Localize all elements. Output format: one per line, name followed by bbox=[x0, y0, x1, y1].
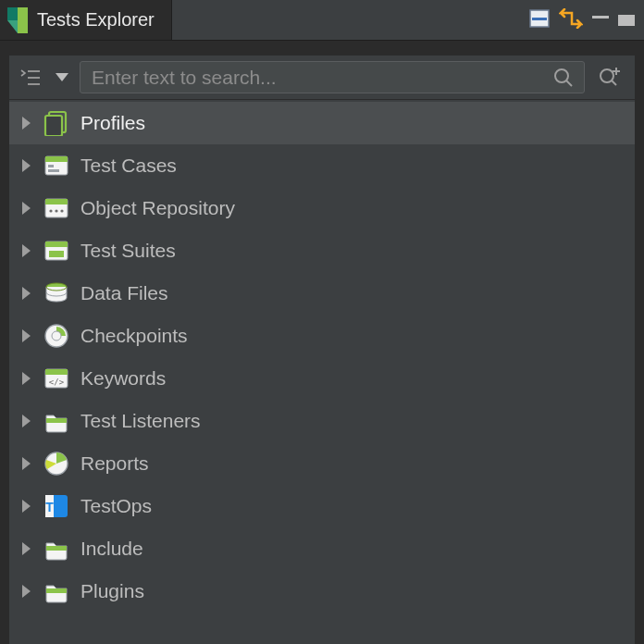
tree-item-label: TestOps bbox=[77, 495, 152, 517]
test-suites-icon bbox=[43, 238, 69, 264]
expand-arrow-icon[interactable] bbox=[22, 372, 31, 385]
test-cases-icon bbox=[43, 153, 69, 179]
explorer-tree: ProfilesTest CasesObject RepositoryTest … bbox=[9, 100, 635, 613]
testops-icon bbox=[43, 493, 69, 519]
katalon-logo-icon bbox=[7, 7, 28, 33]
tree-item-label: Profiles bbox=[77, 112, 145, 134]
tree-item-label: Keywords bbox=[77, 367, 166, 390]
tree-item-object-repository[interactable]: Object Repository bbox=[9, 187, 635, 229]
search-toolbar bbox=[9, 56, 635, 100]
tree-item-include[interactable]: Include bbox=[9, 527, 635, 570]
expand-arrow-icon[interactable] bbox=[22, 117, 31, 130]
tree-item-data-files[interactable]: Data Files bbox=[9, 272, 635, 315]
minimize-icon[interactable] bbox=[592, 16, 609, 25]
expand-arrow-icon[interactable] bbox=[22, 542, 31, 555]
tree-item-plugins[interactable]: Plugins bbox=[9, 570, 635, 613]
filter-button[interactable] bbox=[17, 61, 44, 93]
search-refresh-button[interactable] bbox=[590, 61, 627, 93]
reports-icon bbox=[43, 451, 69, 477]
expand-arrow-icon[interactable] bbox=[22, 415, 31, 427]
svg-line-11 bbox=[612, 80, 616, 85]
object-repo-icon bbox=[43, 195, 69, 221]
svg-point-10 bbox=[601, 69, 613, 82]
svg-marker-1 bbox=[18, 7, 28, 33]
expand-arrow-icon[interactable] bbox=[22, 244, 31, 257]
expand-arrow-icon[interactable] bbox=[22, 585, 31, 598]
tree-item-test-cases[interactable]: Test Cases bbox=[9, 144, 635, 187]
tree-item-test-listeners[interactable]: Test Listeners bbox=[9, 400, 635, 442]
tab-title: Tests Explorer bbox=[37, 9, 155, 31]
tree-item-label: Plugins bbox=[77, 580, 144, 602]
tree-item-label: Test Listeners bbox=[77, 410, 201, 432]
folder-icon bbox=[43, 536, 69, 562]
svg-line-9 bbox=[566, 80, 572, 86]
tree-item-label: Include bbox=[77, 538, 143, 560]
svg-marker-2 bbox=[7, 20, 18, 33]
tree-item-label: Data Files bbox=[77, 282, 168, 304]
data-files-icon bbox=[43, 280, 69, 306]
tree-item-label: Test Suites bbox=[77, 240, 176, 262]
tree-item-test-suites[interactable]: Test Suites bbox=[9, 229, 635, 272]
tree-item-label: Checkpoints bbox=[77, 325, 188, 347]
tree-item-checkpoints[interactable]: Checkpoints bbox=[9, 315, 635, 357]
svg-rect-4 bbox=[532, 18, 547, 20]
svg-marker-0 bbox=[7, 7, 18, 20]
maximize-icon[interactable] bbox=[618, 15, 635, 26]
search-input[interactable] bbox=[92, 67, 549, 89]
tabbar-actions bbox=[520, 0, 644, 40]
tree-item-keywords[interactable]: Keywords bbox=[9, 357, 635, 400]
search-box bbox=[80, 61, 585, 93]
expand-arrow-icon[interactable] bbox=[22, 457, 31, 470]
tree-item-label: Object Repository bbox=[77, 197, 235, 219]
filter-dropdown[interactable] bbox=[50, 61, 74, 93]
folder-icon bbox=[43, 578, 69, 604]
tree-item-label: Test Cases bbox=[77, 155, 177, 177]
tree-item-testops[interactable]: TestOps bbox=[9, 485, 635, 527]
tab-tests-explorer[interactable]: Tests Explorer bbox=[0, 0, 172, 40]
keywords-icon bbox=[43, 365, 69, 391]
checkpoints-icon bbox=[43, 323, 69, 349]
expand-arrow-icon[interactable] bbox=[22, 287, 31, 300]
profiles-icon bbox=[43, 110, 69, 136]
folder-icon bbox=[43, 408, 69, 434]
expand-arrow-icon[interactable] bbox=[22, 500, 31, 513]
expand-arrow-icon[interactable] bbox=[22, 159, 31, 172]
chevron-down-icon bbox=[56, 73, 68, 81]
titlebar: Tests Explorer bbox=[0, 0, 644, 41]
expand-arrow-icon[interactable] bbox=[22, 202, 31, 215]
tabbar-spacer bbox=[172, 0, 520, 40]
svg-point-8 bbox=[555, 69, 568, 82]
explorer-panel: ProfilesTest CasesObject RepositoryTest … bbox=[9, 56, 635, 644]
layout-icon[interactable] bbox=[529, 9, 550, 31]
tree-item-label: Reports bbox=[77, 452, 149, 475]
tree-item-profiles[interactable]: Profiles bbox=[9, 102, 635, 144]
search-icon[interactable] bbox=[549, 67, 578, 89]
expand-arrow-icon[interactable] bbox=[22, 329, 31, 342]
link-arrows-icon[interactable] bbox=[559, 8, 583, 32]
tree-item-reports[interactable]: Reports bbox=[9, 442, 635, 485]
